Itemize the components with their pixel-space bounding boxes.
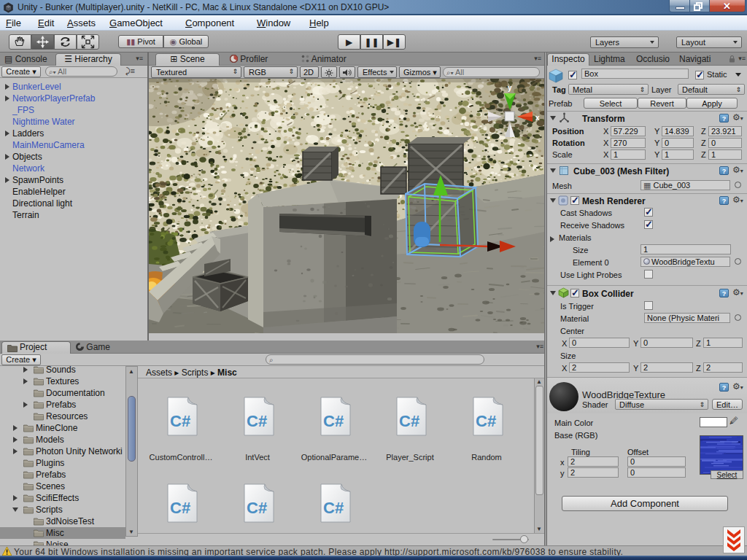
svg-text:x: x: [535, 114, 540, 122]
svg-text:C#: C#: [170, 412, 190, 430]
svg-text:C#: C#: [323, 412, 344, 430]
svg-text:C#: C#: [399, 412, 419, 430]
svg-text:y: y: [508, 84, 512, 92]
svg-text:C#: C#: [247, 499, 267, 517]
svg-text:C#: C#: [247, 412, 267, 430]
svg-text:C#: C#: [476, 412, 496, 430]
svg-text:C#: C#: [323, 499, 344, 517]
svg-text:C#: C#: [170, 499, 190, 517]
